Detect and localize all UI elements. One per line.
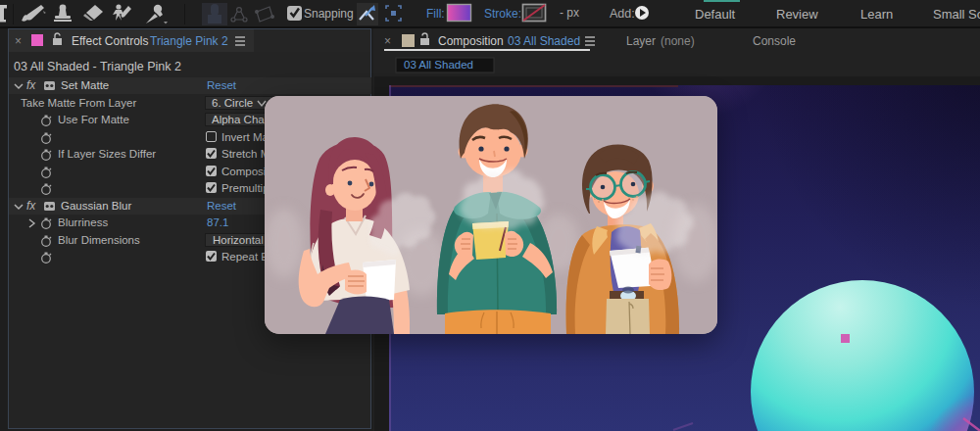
svg-text:Add:: Add: [610, 7, 635, 21]
svg-text:×: × [15, 34, 22, 48]
svg-text:Layer: Layer [626, 34, 656, 48]
svg-text:Review: Review [776, 7, 818, 22]
svg-text:03 All Shaded: 03 All Shaded [404, 59, 473, 71]
svg-text:03 All Shaded: 03 All Shaded [508, 34, 580, 48]
svg-text:(none): (none) [661, 34, 695, 48]
svg-text:- px: - px [560, 6, 579, 20]
svg-text:Learn: Learn [860, 7, 893, 22]
svg-text:Effect Controls: Effect Controls [72, 34, 148, 48]
svg-text:Stroke:: Stroke: [484, 7, 521, 21]
svg-text:Snapping: Snapping [304, 7, 354, 21]
svg-text:03 All Shaded - Triangle Pink: 03 All Shaded - Triangle Pink 2 [14, 60, 181, 73]
svg-text:Default: Default [695, 7, 736, 22]
svg-text:Composition: Composition [438, 34, 504, 48]
svg-text:Fill:: Fill: [426, 7, 445, 21]
svg-text:Console: Console [753, 34, 796, 48]
svg-text:Small Scr: Small Scr [933, 7, 980, 22]
svg-text:×: × [384, 34, 391, 48]
svg-text:Triangle Pink 2: Triangle Pink 2 [150, 34, 228, 48]
